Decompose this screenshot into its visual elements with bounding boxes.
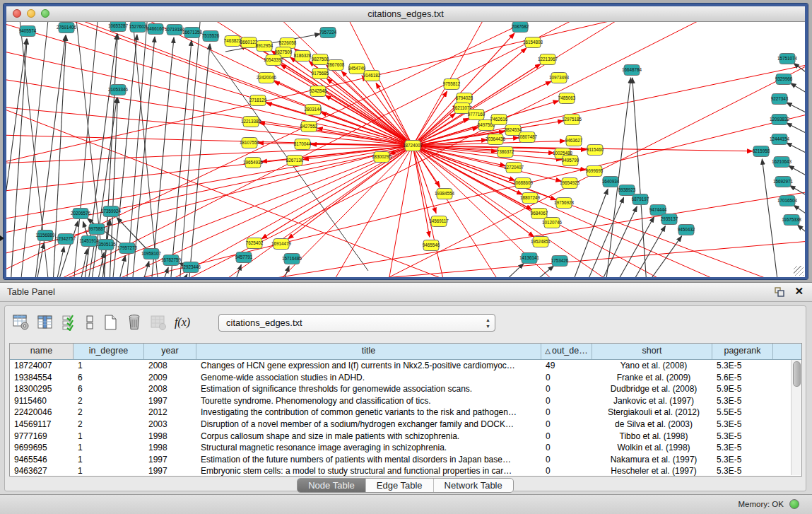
graph-node-label: 15751074 [777,56,798,61]
close-panel-icon[interactable]: ✕ [794,285,804,298]
graph-node-label: 8938923 [618,187,636,192]
delete-table-icon[interactable] [148,312,169,333]
tab-edge-table[interactable]: Edge Table [366,479,434,492]
graph-node-label: 2935137 [661,216,678,221]
table-row[interactable]: 1830029562008Estimation of significance … [10,383,801,395]
cell-out_de: 0 [541,431,592,443]
memory-status-label: Memory: OK [738,500,784,508]
graph-node-label: 19384554 [435,191,455,196]
table-header-row: namein_degreeyeartitle△out_de…shortpager… [10,344,801,360]
table-panel-titlebar[interactable]: Table Panel ✕ [0,283,812,302]
graph-node-label: 12213383 [241,119,261,124]
table-row[interactable]: 946362711997Embryonic stem cells: a mode… [10,465,801,477]
cell-title: Estimation of significance thresholds fo… [196,383,541,395]
graph-node-label: 9405574 [19,28,37,33]
window-titlebar[interactable]: citations_edges.txt [6,6,805,22]
cell-short: Stergiakouli et al. (2012) [592,407,712,419]
graph-node-label: 27691406 [57,25,77,30]
graph-node-label: 16648784 [622,67,642,72]
graph-node-label: 9146182 [363,73,381,78]
column-header-title[interactable]: title [196,344,541,359]
cell-year: 2008 [144,383,196,395]
cell-in_degree: 1 [73,442,144,454]
cell-out_de: 0 [541,442,592,454]
show-columns-icon[interactable] [35,312,56,333]
graph-node-label: 17359924 [101,209,122,214]
tab-network-table[interactable]: Network Table [434,479,513,492]
cell-title: Estimation of the future numbers of pati… [196,454,541,466]
vertical-scrollbar[interactable] [791,360,801,475]
graph-node-label: 9115460 [587,147,604,152]
graph-node-label: 8186328 [294,53,312,58]
table-row[interactable]: 1872400712008Changes of HCN gene express… [10,360,801,372]
graph-node-label: 9975887 [88,226,106,231]
table-mode-icon[interactable] [11,312,32,333]
graph-node-label: 8226058 [279,40,297,45]
table-row[interactable]: 977716911998Corpus callosum shape and si… [10,431,801,443]
column-header-out_de[interactable]: △out_de… [541,344,592,359]
column-header-in_degree[interactable]: in_degree [73,344,144,359]
table-row[interactable]: 1456911722003Disruption of a novel membe… [10,419,801,431]
graph-node-label: 10653287 [108,23,129,28]
graph-node-label: 7625402 [246,240,264,245]
table-row[interactable]: 969969511998Structural magnetic resonanc… [10,442,801,454]
cell-title: Structural magnetic resonance image aver… [196,442,541,454]
cell-year: 1998 [144,431,196,443]
graph-node-label: 7957224 [319,30,337,35]
column-header-year[interactable]: year [144,344,196,359]
cell-name: 18300295 [10,383,73,395]
graph-node-label: 18807249 [520,195,541,200]
graph-node-label: 1527602 [129,24,147,29]
table-row[interactable]: 2242004622012Investigating the contribut… [10,407,801,419]
cell-year: 1997 [144,454,196,466]
cell-in_degree: 1 [73,454,144,466]
network-canvas[interactable]: 9405574276914061065328715276026466160107… [6,22,805,277]
window-resize-grip[interactable] [794,266,804,276]
rows-icon[interactable] [83,312,97,333]
graph-node-label: 17016504 [777,198,798,203]
graph-node-label: 9227343 [771,96,789,101]
graph-node-label: 1640934 [602,179,620,184]
graph-node-label: 12975185 [562,117,582,122]
cell-name: 14569117 [10,419,73,431]
cell-short: Nakamura et al. (1997) [592,454,712,466]
column-header-name[interactable]: name [10,344,73,359]
table-row[interactable]: 1938455462009Genome-wide association stu… [10,372,801,384]
graph-node-label: 8912954 [256,43,273,48]
graph-node-label: 8454749 [348,66,366,71]
graph-node-label: 3824534 [505,127,522,132]
collapsed-panel-arrow[interactable] [0,235,4,241]
cell-name: 9777169 [10,431,73,443]
graph-node-label: 2087682 [512,24,529,29]
table-selector-dropdown[interactable]: citations_edges.txt ▲▼ [218,314,495,332]
cell-title: Embryonic stem cells: a model to study s… [196,465,541,477]
graph-node-label: 9175685 [312,71,329,76]
cell-in_degree: 2 [73,407,144,419]
graph-node-label: 9457791 [235,255,253,259]
table-row[interactable]: 911546021997Tourette syndrome. Phenomeno… [10,395,801,407]
graph-node-label: 7386372 [497,149,514,154]
graph-node-label: 2803144 [305,107,322,112]
cell-short: Jankovic et al. (1997) [592,395,712,407]
graph-node-label: 12342757 [56,236,76,241]
delete-column-icon[interactable] [124,312,145,333]
cell-year: 2008 [144,360,196,372]
graph-node-label: 12720407 [504,165,524,170]
cell-year: 1997 [144,395,196,407]
float-window-icon[interactable] [774,286,785,298]
scrollbar-thumb[interactable] [793,361,801,387]
cell-short: Hescheler et al. (1997) [592,465,712,477]
graph-node-label: 18724007 [403,143,423,148]
function-builder-icon[interactable]: f(x) [172,312,193,333]
table-row[interactable]: 946554611997Estimation of the future num… [10,454,801,466]
new-column-icon[interactable] [100,312,121,333]
column-header-pagerank[interactable]: pagerank [712,344,773,359]
cell-short: Dudbridge et al. (2008) [592,383,712,395]
graph-node-label: 9777169 [468,112,486,117]
tab-node-table[interactable]: Node Table [298,479,366,492]
select-all-icon[interactable] [59,312,80,333]
column-header-short[interactable]: short [592,344,712,359]
cell-name: 22420046 [10,407,73,419]
cell-short: de Silva et al. (2003) [592,419,712,431]
graph-node-label: 16914479 [271,241,292,246]
